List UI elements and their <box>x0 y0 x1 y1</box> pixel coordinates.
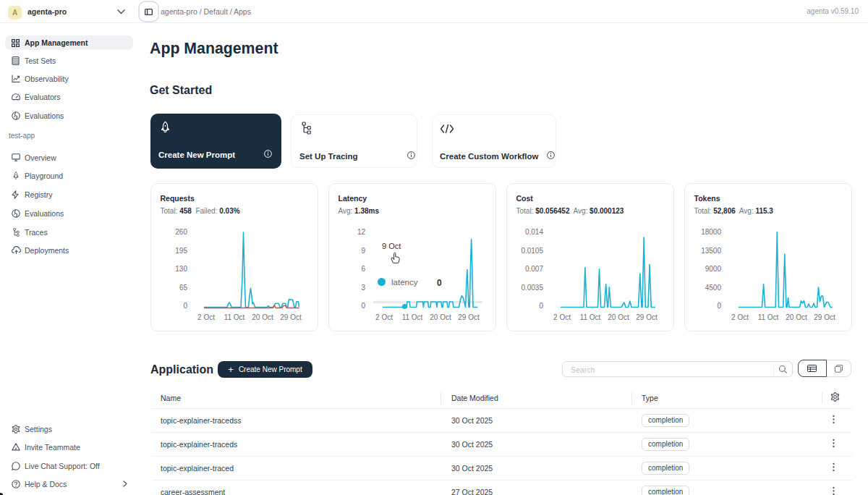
svg-text:260: 260 <box>175 228 187 236</box>
svg-text:latency: latency <box>391 278 418 287</box>
svg-text:13500: 13500 <box>701 247 721 255</box>
svg-text:2 Oct: 2 Oct <box>375 313 393 321</box>
svg-text:11 Oct: 11 Oct <box>580 313 601 321</box>
svg-text:0: 0 <box>437 278 442 288</box>
svg-text:20 Oct: 20 Oct <box>252 313 273 321</box>
svg-text:4500: 4500 <box>705 284 722 292</box>
svg-text:11 Oct: 11 Oct <box>402 313 423 321</box>
svg-text:29 Oct: 29 Oct <box>636 313 658 321</box>
svg-text:0.007: 0.007 <box>525 265 543 273</box>
svg-text:18000: 18000 <box>701 228 721 236</box>
svg-text:0: 0 <box>183 302 187 310</box>
svg-text:20 Oct: 20 Oct <box>430 313 451 321</box>
svg-text:6: 6 <box>361 265 365 273</box>
svg-text:20 Oct: 20 Oct <box>786 313 807 321</box>
svg-text:2 Oct: 2 Oct <box>731 313 749 321</box>
svg-text:0.0035: 0.0035 <box>521 284 543 292</box>
svg-text:0.0105: 0.0105 <box>521 247 543 255</box>
svg-text:195: 195 <box>175 247 187 255</box>
svg-text:65: 65 <box>179 284 188 292</box>
svg-text:0: 0 <box>539 302 543 310</box>
svg-text:11 Oct: 11 Oct <box>224 313 245 321</box>
svg-text:0: 0 <box>361 302 365 310</box>
svg-text:2 Oct: 2 Oct <box>553 313 571 321</box>
svg-text:9000: 9000 <box>705 265 722 273</box>
svg-text:130: 130 <box>175 265 187 273</box>
svg-text:29 Oct: 29 Oct <box>814 313 835 321</box>
svg-text:3: 3 <box>361 284 365 292</box>
svg-text:9 Oct: 9 Oct <box>382 242 401 250</box>
svg-text:9: 9 <box>361 247 365 255</box>
svg-text:20 Oct: 20 Oct <box>608 313 629 321</box>
svg-text:12: 12 <box>357 228 366 236</box>
svg-text:11 Oct: 11 Oct <box>758 313 779 321</box>
svg-text:0: 0 <box>717 302 721 310</box>
svg-text:29 Oct: 29 Oct <box>458 313 480 321</box>
svg-text:29 Oct: 29 Oct <box>280 313 302 321</box>
svg-text:0.014: 0.014 <box>525 228 543 236</box>
svg-text:2 Oct: 2 Oct <box>197 313 215 321</box>
